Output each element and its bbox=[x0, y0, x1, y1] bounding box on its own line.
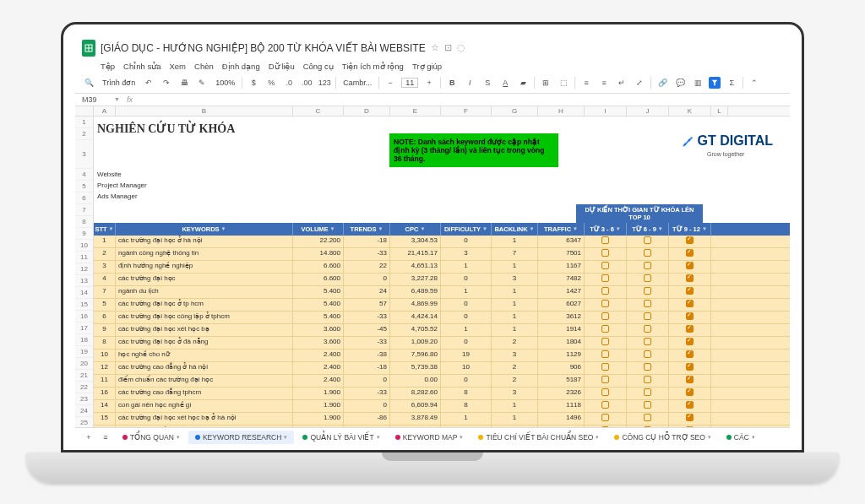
table-header[interactable]: TRENDS▼ bbox=[344, 223, 390, 236]
cell[interactable]: 6347 bbox=[538, 236, 585, 247]
cell[interactable]: các trường đại học ở đà nẵng bbox=[116, 337, 293, 349]
menu-data[interactable]: Dữ liệu bbox=[269, 62, 295, 71]
col-header[interactable]: I bbox=[585, 106, 627, 116]
cell[interactable]: các trường đại học xét học bạ bbox=[116, 324, 293, 336]
table-row[interactable]: 1các trường đại học ở hà nội22.200-183,3… bbox=[94, 236, 790, 248]
cell[interactable]: 6.600 bbox=[293, 261, 344, 273]
table-header[interactable]: VOLUME▼ bbox=[293, 223, 344, 236]
cell[interactable]: điểm chuẩn các trường đại học bbox=[116, 375, 293, 387]
row-header[interactable]: 15 bbox=[75, 299, 93, 311]
cell[interactable]: 3612 bbox=[538, 312, 585, 323]
cell[interactable]: các trường cao đẳng tphcm bbox=[116, 387, 293, 399]
cell[interactable]: -86 bbox=[344, 413, 390, 425]
col-header[interactable]: E bbox=[390, 106, 441, 116]
cell[interactable]: 1914 bbox=[538, 324, 585, 336]
cell[interactable]: các ngành nghề hot hiện nay bbox=[116, 425, 293, 427]
table-row[interactable]: 3định hướng nghề nghiệp6.600224,651.1311… bbox=[94, 261, 790, 274]
table-header[interactable]: STT▼ bbox=[94, 223, 116, 236]
cell[interactable]: 0 bbox=[441, 375, 492, 387]
checkbox[interactable] bbox=[644, 401, 651, 409]
cell[interactable]: 0 bbox=[344, 274, 390, 285]
cell[interactable]: 8 bbox=[441, 400, 492, 412]
row-header[interactable]: 6 bbox=[75, 192, 93, 204]
functions-icon[interactable]: Σ bbox=[725, 76, 738, 89]
col-header[interactable]: C bbox=[293, 106, 344, 116]
checkbox[interactable] bbox=[686, 312, 694, 320]
checkbox[interactable] bbox=[686, 249, 694, 257]
cell[interactable]: 1 bbox=[441, 413, 492, 425]
more-formats-icon[interactable]: 123 bbox=[318, 76, 331, 89]
search-menu-icon[interactable]: 🔍 bbox=[82, 76, 95, 89]
cell[interactable]: 5 bbox=[94, 299, 116, 311]
cell[interactable]: 2 bbox=[492, 337, 538, 349]
menu-help[interactable]: Trợ giúp bbox=[412, 62, 442, 71]
cell[interactable]: các trường đại học ở tp hcm bbox=[116, 299, 293, 311]
menu-format[interactable]: Định dạng bbox=[222, 62, 260, 71]
strike-icon[interactable]: S bbox=[481, 76, 494, 89]
menu-edit[interactable]: Chỉnh sửa bbox=[123, 62, 160, 71]
fontsize-dec[interactable]: − bbox=[384, 76, 397, 89]
table-row[interactable]: 8các trường đại học ở đà nẵng3.600-331,0… bbox=[94, 337, 790, 350]
checkbox[interactable] bbox=[686, 325, 694, 333]
checkbox[interactable] bbox=[601, 376, 609, 383]
borders-icon[interactable]: ⊞ bbox=[539, 76, 552, 89]
row-header[interactable]: 20 bbox=[75, 358, 93, 370]
cell[interactable]: -33 bbox=[344, 248, 390, 260]
fill-color-icon[interactable]: ▰ bbox=[516, 76, 530, 89]
cell[interactable]: 21,415.17 bbox=[390, 248, 441, 260]
tab-dropdown-icon[interactable]: ▾ bbox=[377, 434, 380, 441]
cell[interactable]: 0 bbox=[441, 337, 492, 349]
cell[interactable]: 1129 bbox=[538, 350, 585, 361]
cell[interactable]: 14.800 bbox=[293, 248, 344, 260]
cell[interactable]: 3.600 bbox=[293, 337, 344, 349]
cell[interactable]: 3.600 bbox=[293, 324, 344, 336]
cell[interactable]: 5.400 bbox=[293, 286, 344, 298]
cell[interactable]: 4,869.99 bbox=[390, 299, 441, 311]
cell[interactable]: -18 bbox=[344, 236, 390, 247]
fontsize-inc[interactable]: + bbox=[422, 76, 436, 89]
col-header[interactable]: L bbox=[711, 106, 728, 116]
cell[interactable]: 8 bbox=[94, 337, 116, 349]
chart-icon[interactable]: ▥ bbox=[691, 76, 705, 89]
cell[interactable]: 13 bbox=[94, 425, 116, 427]
cell[interactable]: 3 bbox=[492, 274, 538, 285]
checkbox[interactable] bbox=[644, 300, 651, 307]
table-row[interactable]: 14con gái nên học nghề gì1.90006,609.948… bbox=[94, 400, 790, 413]
collapse-icon[interactable]: ⌃ bbox=[748, 76, 761, 89]
cell[interactable]: 1 bbox=[492, 425, 538, 427]
tab-dropdown-icon[interactable]: ▾ bbox=[708, 434, 711, 441]
name-box[interactable]: M39 bbox=[82, 95, 107, 104]
fontsize-input[interactable]: 11 bbox=[401, 78, 418, 88]
table-header[interactable]: TỪ 6 - 9▼ bbox=[627, 223, 669, 236]
cell[interactable]: 16 bbox=[94, 387, 116, 399]
table-header[interactable]: BACKLINK▼ bbox=[492, 223, 538, 236]
sheet-tab[interactable]: TỔNG QUAN▾ bbox=[116, 431, 187, 444]
col-header[interactable]: K bbox=[669, 106, 711, 116]
cell[interactable]: -33 bbox=[344, 312, 390, 323]
checkbox[interactable] bbox=[601, 287, 609, 295]
cell[interactable]: 6,609.94 bbox=[390, 400, 441, 412]
cell[interactable]: 19 bbox=[441, 350, 492, 361]
table-row[interactable]: 2ngành công nghệ thông tin14.800-3321,41… bbox=[94, 248, 790, 261]
zoom-select[interactable]: 100% bbox=[213, 79, 237, 87]
checkbox[interactable] bbox=[686, 262, 694, 269]
cell[interactable]: 7 bbox=[94, 286, 116, 298]
checkbox[interactable] bbox=[601, 388, 609, 396]
cell[interactable]: 5.400 bbox=[293, 312, 344, 323]
spreadsheet-grid[interactable]: ABCDEFGHIJKL 123456789101112131415161718… bbox=[75, 106, 790, 427]
table-header[interactable]: TRAFFIC▼ bbox=[538, 223, 585, 236]
cell[interactable]: 2.400 bbox=[293, 362, 344, 374]
menu-extensions[interactable]: Tiện ích mở rộng bbox=[342, 62, 404, 71]
menu-tools[interactable]: Công cụ bbox=[303, 62, 334, 71]
cell[interactable]: 1.900 bbox=[293, 400, 344, 412]
checkbox[interactable] bbox=[644, 312, 651, 320]
checkbox[interactable] bbox=[686, 414, 694, 421]
cell[interactable]: các trường đại học công lập ở tphcm bbox=[116, 312, 293, 323]
cell[interactable]: 5,739.38 bbox=[390, 362, 441, 374]
cell[interactable]: 1167 bbox=[538, 261, 585, 273]
table-row[interactable]: 5các trường đại học ở tp hcm5.400574,869… bbox=[94, 299, 790, 312]
checkbox[interactable] bbox=[686, 300, 694, 307]
cell[interactable]: định hướng nghề nghiệp bbox=[116, 261, 293, 273]
table-row[interactable]: 13các ngành nghề hot hiện nay1.900-2300%… bbox=[94, 425, 790, 427]
formula-input[interactable] bbox=[139, 95, 783, 104]
